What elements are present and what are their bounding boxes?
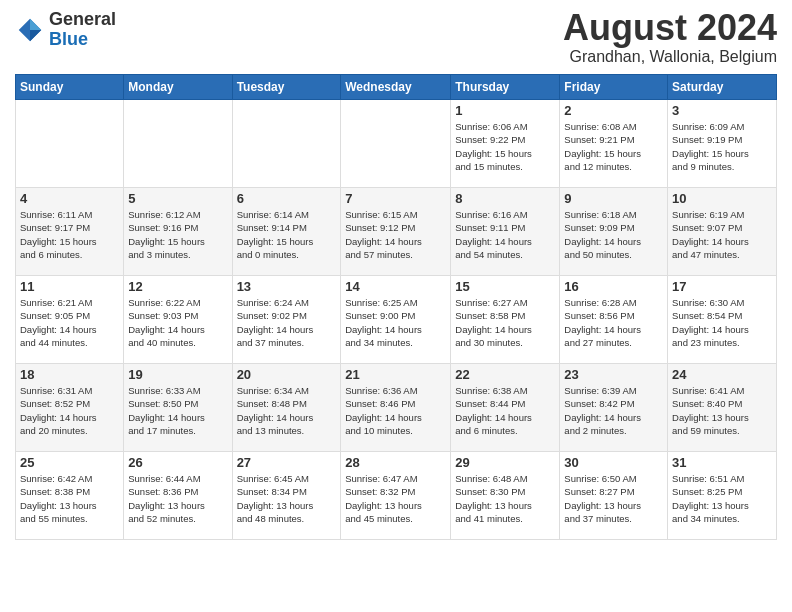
logo-line2: Blue: [49, 29, 88, 49]
calendar-cell: 20Sunrise: 6:34 AM Sunset: 8:48 PM Dayli…: [232, 364, 341, 452]
day-number: 6: [237, 191, 337, 206]
day-number: 4: [20, 191, 119, 206]
day-number: 15: [455, 279, 555, 294]
header: General Blue August 2024 Grandhan, Wallo…: [15, 10, 777, 66]
day-info: Sunrise: 6:36 AM Sunset: 8:46 PM Dayligh…: [345, 384, 446, 437]
calendar-header-row: Sunday Monday Tuesday Wednesday Thursday…: [16, 75, 777, 100]
calendar-cell: 4Sunrise: 6:11 AM Sunset: 9:17 PM Daylig…: [16, 188, 124, 276]
day-number: 13: [237, 279, 337, 294]
page: General Blue August 2024 Grandhan, Wallo…: [0, 0, 792, 612]
calendar-cell: 23Sunrise: 6:39 AM Sunset: 8:42 PM Dayli…: [560, 364, 668, 452]
calendar-cell: 31Sunrise: 6:51 AM Sunset: 8:25 PM Dayli…: [668, 452, 777, 540]
day-info: Sunrise: 6:19 AM Sunset: 9:07 PM Dayligh…: [672, 208, 772, 261]
day-number: 30: [564, 455, 663, 470]
calendar-cell: 26Sunrise: 6:44 AM Sunset: 8:36 PM Dayli…: [124, 452, 232, 540]
calendar-cell: 1Sunrise: 6:06 AM Sunset: 9:22 PM Daylig…: [451, 100, 560, 188]
calendar-cell: 8Sunrise: 6:16 AM Sunset: 9:11 PM Daylig…: [451, 188, 560, 276]
day-info: Sunrise: 6:18 AM Sunset: 9:09 PM Dayligh…: [564, 208, 663, 261]
col-monday: Monday: [124, 75, 232, 100]
day-number: 23: [564, 367, 663, 382]
logo-text: General Blue: [49, 10, 116, 50]
logo-line1: General: [49, 10, 116, 30]
day-number: 26: [128, 455, 227, 470]
logo: General Blue: [15, 10, 116, 50]
day-number: 22: [455, 367, 555, 382]
day-info: Sunrise: 6:41 AM Sunset: 8:40 PM Dayligh…: [672, 384, 772, 437]
day-number: 14: [345, 279, 446, 294]
calendar-cell: 19Sunrise: 6:33 AM Sunset: 8:50 PM Dayli…: [124, 364, 232, 452]
col-wednesday: Wednesday: [341, 75, 451, 100]
col-sunday: Sunday: [16, 75, 124, 100]
col-thursday: Thursday: [451, 75, 560, 100]
calendar-cell: [124, 100, 232, 188]
calendar-week-3: 11Sunrise: 6:21 AM Sunset: 9:05 PM Dayli…: [16, 276, 777, 364]
day-number: 16: [564, 279, 663, 294]
calendar-cell: 22Sunrise: 6:38 AM Sunset: 8:44 PM Dayli…: [451, 364, 560, 452]
day-number: 8: [455, 191, 555, 206]
month-title: August 2024: [563, 10, 777, 46]
day-number: 28: [345, 455, 446, 470]
day-info: Sunrise: 6:34 AM Sunset: 8:48 PM Dayligh…: [237, 384, 337, 437]
day-info: Sunrise: 6:44 AM Sunset: 8:36 PM Dayligh…: [128, 472, 227, 525]
day-info: Sunrise: 6:27 AM Sunset: 8:58 PM Dayligh…: [455, 296, 555, 349]
day-info: Sunrise: 6:09 AM Sunset: 9:19 PM Dayligh…: [672, 120, 772, 173]
calendar-cell: 17Sunrise: 6:30 AM Sunset: 8:54 PM Dayli…: [668, 276, 777, 364]
day-info: Sunrise: 6:51 AM Sunset: 8:25 PM Dayligh…: [672, 472, 772, 525]
calendar-cell: 10Sunrise: 6:19 AM Sunset: 9:07 PM Dayli…: [668, 188, 777, 276]
calendar-cell: 28Sunrise: 6:47 AM Sunset: 8:32 PM Dayli…: [341, 452, 451, 540]
day-number: 24: [672, 367, 772, 382]
day-info: Sunrise: 6:38 AM Sunset: 8:44 PM Dayligh…: [455, 384, 555, 437]
day-number: 29: [455, 455, 555, 470]
day-info: Sunrise: 6:15 AM Sunset: 9:12 PM Dayligh…: [345, 208, 446, 261]
col-saturday: Saturday: [668, 75, 777, 100]
day-info: Sunrise: 6:24 AM Sunset: 9:02 PM Dayligh…: [237, 296, 337, 349]
calendar-week-2: 4Sunrise: 6:11 AM Sunset: 9:17 PM Daylig…: [16, 188, 777, 276]
day-info: Sunrise: 6:28 AM Sunset: 8:56 PM Dayligh…: [564, 296, 663, 349]
day-number: 10: [672, 191, 772, 206]
calendar-cell: 2Sunrise: 6:08 AM Sunset: 9:21 PM Daylig…: [560, 100, 668, 188]
calendar-cell: 18Sunrise: 6:31 AM Sunset: 8:52 PM Dayli…: [16, 364, 124, 452]
day-number: 2: [564, 103, 663, 118]
day-info: Sunrise: 6:39 AM Sunset: 8:42 PM Dayligh…: [564, 384, 663, 437]
day-info: Sunrise: 6:11 AM Sunset: 9:17 PM Dayligh…: [20, 208, 119, 261]
day-number: 19: [128, 367, 227, 382]
calendar-cell: 7Sunrise: 6:15 AM Sunset: 9:12 PM Daylig…: [341, 188, 451, 276]
day-number: 18: [20, 367, 119, 382]
calendar-cell: 21Sunrise: 6:36 AM Sunset: 8:46 PM Dayli…: [341, 364, 451, 452]
day-number: 27: [237, 455, 337, 470]
calendar-cell: [232, 100, 341, 188]
day-info: Sunrise: 6:50 AM Sunset: 8:27 PM Dayligh…: [564, 472, 663, 525]
day-number: 11: [20, 279, 119, 294]
calendar-cell: 14Sunrise: 6:25 AM Sunset: 9:00 PM Dayli…: [341, 276, 451, 364]
day-info: Sunrise: 6:16 AM Sunset: 9:11 PM Dayligh…: [455, 208, 555, 261]
day-number: 12: [128, 279, 227, 294]
day-number: 25: [20, 455, 119, 470]
day-number: 17: [672, 279, 772, 294]
day-info: Sunrise: 6:21 AM Sunset: 9:05 PM Dayligh…: [20, 296, 119, 349]
svg-marker-2: [30, 30, 41, 41]
day-number: 21: [345, 367, 446, 382]
day-info: Sunrise: 6:22 AM Sunset: 9:03 PM Dayligh…: [128, 296, 227, 349]
calendar-cell: [16, 100, 124, 188]
svg-marker-1: [30, 19, 41, 30]
calendar-cell: 16Sunrise: 6:28 AM Sunset: 8:56 PM Dayli…: [560, 276, 668, 364]
day-info: Sunrise: 6:31 AM Sunset: 8:52 PM Dayligh…: [20, 384, 119, 437]
day-info: Sunrise: 6:33 AM Sunset: 8:50 PM Dayligh…: [128, 384, 227, 437]
col-friday: Friday: [560, 75, 668, 100]
logo-icon: [15, 15, 45, 45]
day-number: 1: [455, 103, 555, 118]
calendar: Sunday Monday Tuesday Wednesday Thursday…: [15, 74, 777, 540]
day-info: Sunrise: 6:30 AM Sunset: 8:54 PM Dayligh…: [672, 296, 772, 349]
calendar-cell: 25Sunrise: 6:42 AM Sunset: 8:38 PM Dayli…: [16, 452, 124, 540]
day-info: Sunrise: 6:45 AM Sunset: 8:34 PM Dayligh…: [237, 472, 337, 525]
day-number: 7: [345, 191, 446, 206]
calendar-cell: 5Sunrise: 6:12 AM Sunset: 9:16 PM Daylig…: [124, 188, 232, 276]
day-info: Sunrise: 6:42 AM Sunset: 8:38 PM Dayligh…: [20, 472, 119, 525]
calendar-cell: 15Sunrise: 6:27 AM Sunset: 8:58 PM Dayli…: [451, 276, 560, 364]
day-number: 5: [128, 191, 227, 206]
calendar-cell: 11Sunrise: 6:21 AM Sunset: 9:05 PM Dayli…: [16, 276, 124, 364]
day-number: 20: [237, 367, 337, 382]
day-info: Sunrise: 6:25 AM Sunset: 9:00 PM Dayligh…: [345, 296, 446, 349]
day-info: Sunrise: 6:06 AM Sunset: 9:22 PM Dayligh…: [455, 120, 555, 173]
calendar-cell: 12Sunrise: 6:22 AM Sunset: 9:03 PM Dayli…: [124, 276, 232, 364]
